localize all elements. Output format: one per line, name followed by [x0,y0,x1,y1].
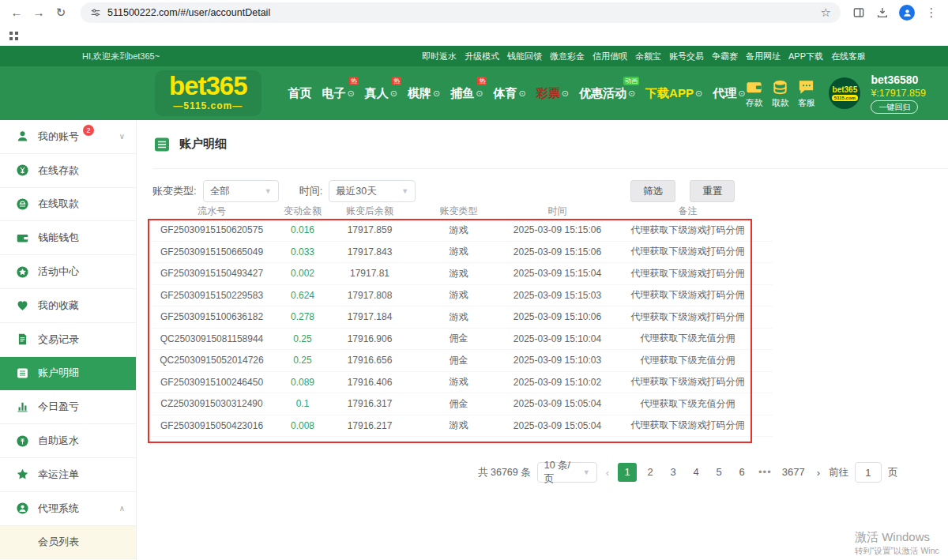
download-icon[interactable] [875,6,890,20]
sidebar-item-label: 幸运注单 [38,468,79,482]
activity-icon [16,265,29,279]
sidebar-item-qianneng-wallet[interactable]: 钱能钱包 [0,221,136,255]
quick-action-label: 取款 [772,97,789,109]
page-button[interactable]: 3677 [779,463,808,482]
mini-logo: bet365 5115.com [829,77,860,109]
nav-item-fishing[interactable]: 捕鱼⊙热 [450,86,483,101]
sidebar-item-lucky-bets[interactable]: 幸运注单 [0,458,136,492]
bookmark-star-icon[interactable]: ☆ [821,6,831,20]
sidebar-item-transaction-records[interactable]: 交易记录 [0,323,136,357]
type-select[interactable]: 全部 ▼ [203,180,279,202]
url-bar[interactable]: 511500222.com/#/user/accountDetail ☆ [81,2,841,23]
chevron-down-icon: ▼ [401,187,408,195]
per-page-select[interactable]: 10 条/页 ▼ [537,462,597,483]
page-button[interactable]: 5 [709,463,728,482]
topbar-link[interactable]: 账号交易 [669,51,704,62]
account-detail-icon [152,135,171,154]
sidebar-item-my-account[interactable]: 我的账号2∨ [0,120,136,154]
chrome-actions: ⋮ [852,5,939,21]
reset-button[interactable]: 重置 [690,180,735,202]
next-page-button[interactable]: › [814,467,822,479]
nav-item-label: 彩票 [536,86,560,101]
one-key-recall-button[interactable]: 一键回归 [871,100,918,114]
site-header: bet365 —5115.com— 首页电子⊙热真人⊙热棋牌⊙捕鱼⊙热体育⊙彩票… [0,66,948,120]
sidebar-item-agent-system[interactable]: 代理系统∧ [0,492,136,526]
page-button[interactable]: 3 [664,463,683,482]
cell-amount: 0.002 [271,268,334,279]
nav-item-chess[interactable]: 棋牌⊙ [408,86,440,101]
cell-type: 佣金 [405,332,512,345]
sidebar-item-online-withdraw[interactable]: 在线取款 [0,188,136,222]
cell-balance-after: 17916.906 [334,333,405,344]
topbar-link[interactable]: 余额宝 [635,51,661,62]
chevron-up-icon: ∧ [119,504,125,513]
balance: ¥:17917.859 [871,88,926,99]
nav-item-sports[interactable]: 体育⊙ [493,86,525,101]
table-header: 流水号变动金额账变后余额账变类型时间备注 [152,202,773,220]
quick-actions: 存款取款客服 [745,78,815,109]
page-button[interactable]: 1 [618,463,637,482]
topbar-link[interactable]: 钱能回馈 [507,51,542,62]
nav-item-label: 棋牌 [408,86,431,101]
apps-grid-icon[interactable] [9,32,18,40]
sidebar-item-today-profit[interactable]: 今日盈亏 [0,390,136,424]
column-header: 账变后余额 [334,205,405,218]
site-logo[interactable]: bet365 —5115.com— [155,70,261,116]
side-panel-icon[interactable] [852,6,866,20]
topbar-link[interactable]: APP下载 [788,51,823,62]
sidebar-item-member-list[interactable]: 会员列表 [0,526,136,560]
topbar-link[interactable]: 升级模式 [465,51,499,62]
page-button[interactable]: 2 [641,463,660,482]
cell-amount: 0.624 [271,290,334,301]
filter-button[interactable]: 筛选 [630,180,675,202]
nav-item-agent[interactable]: 代理⊙ [713,86,745,101]
nav-item-home[interactable]: 首页 [288,86,312,101]
nav-item-live[interactable]: 真人⊙热 [365,86,397,101]
cell-flow-no: QC25030915052014726 [152,355,271,366]
nav-item-slots[interactable]: 电子⊙热 [322,86,355,101]
menu-icon[interactable]: ⋮ [924,6,939,20]
topbar-link[interactable]: 在线客服 [831,51,866,62]
cell-time: 2025-03-09 15:10:06 [512,311,603,322]
sidebar-item-account-detail[interactable]: 账户明细 [0,357,136,391]
goto-page-input[interactable] [855,462,882,483]
page-title: 账户明细 [179,137,227,152]
sidebar-item-my-favorites[interactable]: 我的收藏 [0,289,136,323]
topbar-link[interactable]: 信用借呗 [592,51,627,62]
sidebar-item-label: 我的收藏 [38,299,79,313]
nav-item-lottery[interactable]: 彩票⊙ [536,86,569,101]
sidebar-item-activity-center[interactable]: 活动中心 [0,255,136,289]
sidebar-item-label: 交易记录 [38,333,79,347]
topbar-link[interactable]: 备用网址 [746,51,781,62]
forward-icon[interactable]: → [30,4,47,21]
topbar-link[interactable]: 争霸赛 [712,51,738,62]
nav-item-download-app[interactable]: 下载APP⊙ [645,86,702,101]
topbar-links: 即时返水升级模式钱能回馈微意彩金信用借呗余额宝账号交易争霸赛备用网址APP下载在… [422,51,866,62]
sidebar-item-online-deposit[interactable]: 在线存款 [0,154,136,188]
table-row: GF250309151502295830.62417917.808游戏2025-… [152,285,773,307]
back-icon[interactable]: ← [8,4,25,21]
user-block: bet36580 ¥:17917.859 一键回归 [871,73,926,114]
reload-icon[interactable]: ↻ [52,4,70,21]
topbar-link[interactable]: 即时返水 [422,51,457,62]
quick-action-withdraw[interactable]: 取款 [771,78,789,109]
sidebar-item-self-rebate[interactable]: 自助返水 [0,424,136,458]
cell-type: 游戏 [405,419,512,432]
cell-type: 佣金 [405,397,512,411]
cell-remark: 代理获取下级游戏打码分佣 [603,224,773,237]
watermark-line1: 激活 Windows [855,530,948,545]
quick-action-deposit[interactable]: 存款 [745,78,763,109]
site-settings-icon[interactable] [90,7,101,18]
prev-page-button[interactable]: ‹ [604,467,611,479]
time-select[interactable]: 最近30天 ▼ [329,180,416,202]
profile-avatar[interactable] [899,5,915,21]
quick-action-service[interactable]: 客服 [797,78,815,109]
chart-icon [16,400,29,414]
page-button[interactable]: 6 [732,463,751,482]
nav-item-promotions[interactable]: 优惠活动⊙动画 [579,86,635,101]
cell-flow-no: GF25030915100636182 [152,311,271,322]
cell-remark: 代理获取下级游戏打码分佣 [603,245,773,258]
topbar-link[interactable]: 微意彩金 [550,51,585,62]
chevron-down-icon: ∨ [119,132,125,141]
page-button[interactable]: 4 [687,463,705,482]
